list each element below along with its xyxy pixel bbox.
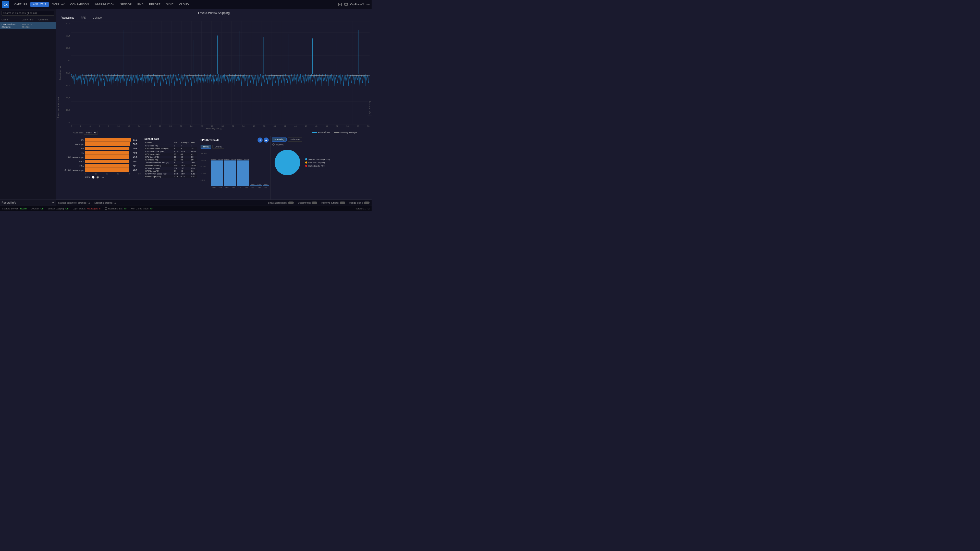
custom-title-toggle[interactable] bbox=[312, 202, 317, 204]
additional-graphs-icon[interactable]: ⋮ bbox=[114, 202, 116, 204]
svg-point-60 bbox=[275, 150, 300, 175]
col-date: Date / Time bbox=[22, 18, 38, 21]
remove-outliers-label: Remove outliers: bbox=[321, 202, 339, 204]
fps-bar-pct: 0.0% bbox=[258, 183, 261, 185]
capture-row[interactable]: Level3-Win64-Shipping 2024-09-02 00:19:2… bbox=[0, 22, 56, 29]
sensor-val: 100 bbox=[173, 161, 180, 164]
bar-row: 1% Low Average 49.3 bbox=[58, 156, 141, 159]
sensor-name: GPU temp (°C) bbox=[145, 170, 173, 172]
bar-fill bbox=[85, 147, 129, 150]
custom-title-label: Custom title: bbox=[298, 202, 310, 204]
login-value: Not logged in bbox=[87, 207, 100, 210]
nav-analysis[interactable]: ANALYSIS bbox=[30, 2, 49, 7]
chart-legend: Frametimes Moving average bbox=[312, 130, 357, 135]
bar-value: 49.2 bbox=[133, 160, 141, 163]
capture-service-status: Capture Service: Ready bbox=[2, 207, 27, 210]
nav-overlay[interactable]: OVERLAY bbox=[49, 2, 67, 7]
options-row: Options bbox=[272, 143, 370, 146]
sensor-col-name: Sensor bbox=[145, 141, 173, 144]
sensor-table: Sensor Min Average Max CPU load (%)047CP… bbox=[145, 141, 197, 178]
legend-frametimes-line bbox=[312, 132, 317, 133]
chart-svg[interactable] bbox=[71, 21, 369, 124]
nav-pmd[interactable]: PMD bbox=[135, 2, 146, 7]
sensor-val: 99 bbox=[180, 159, 191, 161]
observer-directory-tab[interactable]: Observer directory bbox=[56, 95, 60, 120]
chart-wrapper: Frametime [ms] 20,6 20,4 20,2 20 19,8 19… bbox=[58, 21, 369, 124]
remove-outliers-toggle[interactable] bbox=[340, 202, 345, 204]
fps-bar bbox=[256, 186, 262, 186]
record-info-label: Record Info bbox=[2, 201, 16, 204]
win-game-mode-label: Win Game Mode: bbox=[131, 207, 149, 210]
chevron-down-icon[interactable] bbox=[51, 201, 54, 204]
bar-row: P0.1 49 bbox=[58, 164, 141, 168]
sensor-val: 0.72 bbox=[173, 175, 180, 178]
y-axis-scale-select[interactable]: Full fit bbox=[84, 130, 97, 135]
login-status: Login Status: Not logged in bbox=[73, 207, 100, 210]
tab-lshape[interactable]: L-shape bbox=[90, 16, 104, 20]
bar-fill bbox=[85, 160, 129, 163]
bar-value: 49 bbox=[133, 165, 141, 167]
fps-bar bbox=[250, 186, 256, 186]
show-aggregation-toggle[interactable] bbox=[288, 202, 294, 204]
fps-bar-col: 100.0% bbox=[211, 159, 217, 186]
fps-icons: ⬇ ◀ bbox=[258, 138, 269, 143]
sensor-name: CPU max thread load (%) bbox=[145, 147, 173, 150]
nav-sensor[interactable]: SENSOR bbox=[118, 2, 134, 7]
pie-legend-text: Low FPS: 0s (0%) bbox=[308, 162, 325, 164]
nav-sync[interactable]: SYNC bbox=[164, 2, 177, 7]
sensor-val: 4450 bbox=[190, 150, 197, 153]
stutter-tab-variances[interactable]: Variances bbox=[288, 138, 302, 141]
fps-settings-btn[interactable]: ◀ bbox=[264, 138, 269, 143]
sensor-row: CPU max clock (MHz)360037584450 bbox=[145, 150, 197, 153]
sensor-val: 7 bbox=[190, 144, 197, 148]
search-input[interactable] bbox=[2, 11, 54, 16]
sensor-val: 3600 bbox=[173, 150, 180, 153]
statistic-params-icon[interactable]: ⋮ bbox=[88, 202, 90, 204]
stutter-tab-stuttering[interactable]: Stuttering bbox=[272, 138, 286, 141]
tab-fps[interactable]: FPS bbox=[78, 16, 88, 20]
sensor-val: 65 bbox=[180, 170, 191, 172]
sensor-row: GPU temp (°C)646566 bbox=[145, 170, 197, 172]
fps-bar bbox=[211, 160, 217, 186]
fps-bars: 100.0% 100.0% 100.0% 100.0% 100.0% 100.0… bbox=[200, 154, 269, 186]
nav-aggregation[interactable]: AGGREGATION bbox=[92, 2, 117, 7]
nav-capture[interactable]: CAPTURE bbox=[12, 2, 30, 7]
range-slider-toggle[interactable] bbox=[364, 202, 369, 204]
sensor-val: 258 bbox=[180, 167, 191, 170]
sensor-val: 259 bbox=[190, 167, 197, 170]
sensor-row: GPU clock (MHz)244724522455 bbox=[145, 164, 197, 167]
content-area: Level3-Win64-Shipping Frametimes FPS L-s… bbox=[56, 9, 372, 206]
sensor-title: Sensor data bbox=[145, 138, 197, 140]
fps-tabs: Times Counts bbox=[200, 144, 269, 149]
sensor-data-rows: CPU load (%)047CPU max thread load (%)39… bbox=[145, 144, 197, 178]
fps-radio[interactable] bbox=[92, 176, 94, 179]
fps-export-btn[interactable]: ⬇ bbox=[258, 138, 262, 143]
stutter-content: Smooth: 59.99s (100%) Low FPS: 0s (0%) S… bbox=[272, 147, 370, 178]
pie-dot bbox=[305, 158, 307, 160]
nav-comparison[interactable]: COMPARISON bbox=[68, 2, 91, 7]
sidebar-bottom: Record Info bbox=[0, 199, 56, 206]
fps-bar-col: 100.0% bbox=[243, 159, 249, 186]
sensor-val: 6.59 bbox=[173, 172, 180, 175]
range-slider-label: Range slider: bbox=[349, 202, 363, 204]
show-aggregation: Show aggregation: bbox=[268, 202, 294, 204]
sensor-val: 100 bbox=[180, 161, 191, 164]
ms-radio[interactable] bbox=[97, 176, 99, 179]
tab-frametimes[interactable]: Frametimes bbox=[58, 16, 77, 20]
system-info-tab[interactable]: System Info bbox=[368, 99, 372, 116]
sensor-val: 3 bbox=[173, 147, 180, 150]
pie-dot bbox=[305, 165, 307, 167]
nav-report[interactable]: REPORT bbox=[146, 2, 163, 7]
y-axis: 20,6 20,4 20,2 20 19,8 19,6 19,4 19,2 19 bbox=[62, 21, 71, 124]
nav-cloud[interactable]: CLOUD bbox=[177, 2, 192, 7]
sensor-val: 39 bbox=[173, 153, 180, 156]
fps-tab-counts[interactable]: Counts bbox=[212, 144, 224, 149]
fps-bar-pct: 100.0% bbox=[244, 159, 249, 160]
sensor-name: CPU power (W) bbox=[145, 153, 173, 156]
legend-frametimes-label: Frametimes bbox=[318, 131, 330, 134]
bar-xaxis: 0 10 20 30 40 50 bbox=[85, 173, 141, 175]
sensor-name: GPU load (%) bbox=[145, 159, 173, 161]
fps-tab-times[interactable]: Times bbox=[200, 144, 211, 149]
legend-frametimes: Frametimes bbox=[312, 131, 330, 134]
sensor-val: 4 bbox=[180, 144, 191, 148]
